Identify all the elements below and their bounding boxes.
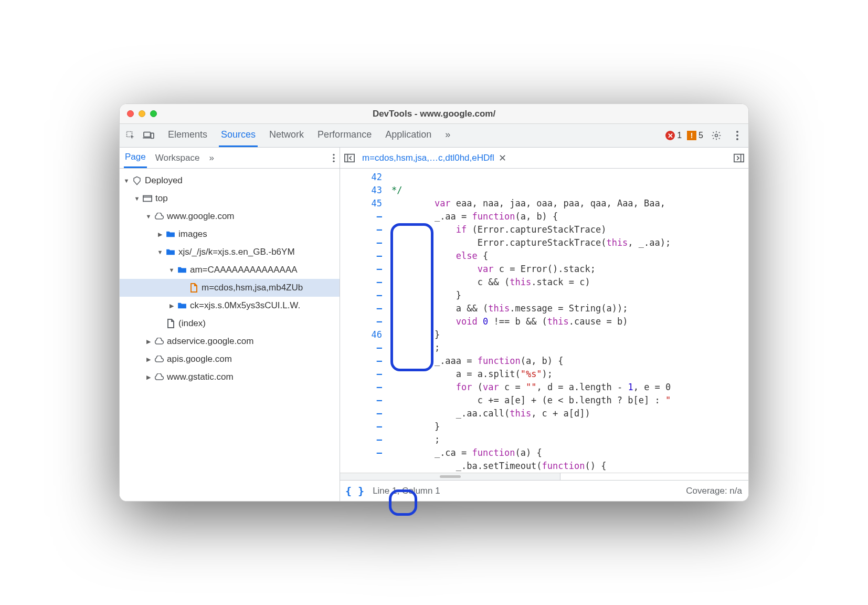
navigator-sidebar: Page Workspace » ▼Deployed ▼top ▼www.goo… <box>120 148 340 501</box>
tree-label: adservice.google.com <box>167 336 253 347</box>
tree-selected-file[interactable]: m=cdos,hsm,jsa,mb4ZUb <box>120 279 340 297</box>
tree-google[interactable]: ▼www.google.com <box>120 207 340 225</box>
frame-icon <box>142 195 153 202</box>
cloud-icon <box>153 213 165 220</box>
open-file-tab[interactable]: m=cdos,hsm,jsa,…c,dtl0hd,eHDfl ✕ <box>359 149 510 167</box>
cloud-icon <box>153 373 165 381</box>
tree-label: (index) <box>178 318 206 329</box>
file-tree: ▼Deployed ▼top ▼www.google.com ▶images ▼… <box>120 169 340 501</box>
error-badge[interactable]: ✕ 1 <box>665 131 682 140</box>
cloud-icon <box>153 356 165 363</box>
main-toolbar: Elements Sources Network Performance App… <box>120 124 748 148</box>
main-area: Page Workspace » ▼Deployed ▼top ▼www.goo… <box>120 148 748 501</box>
folder-icon <box>176 302 188 309</box>
tree-label: xjs/_/js/k=xjs.s.en_GB.-b6YM <box>178 247 295 257</box>
drawer-handle[interactable] <box>340 473 560 480</box>
code-content[interactable]: */ var eaa, naa, jaa, oaa, paa, qaa, Aaa… <box>387 169 748 473</box>
folder-icon <box>165 248 176 256</box>
tab-performance[interactable]: Performance <box>315 124 374 147</box>
file-tab-bar: m=cdos,hsm,jsa,…c,dtl0hd,eHDfl ✕ <box>340 148 748 169</box>
tab-overflow[interactable]: » <box>443 124 452 147</box>
tab-sources[interactable]: Sources <box>219 124 258 147</box>
titlebar: DevTools - www.google.com/ <box>120 104 748 124</box>
file-icon <box>188 283 199 293</box>
code-editor[interactable]: 42 43 45 – – – – – – – – – 46 – – – – <box>340 169 748 473</box>
kebab-menu-icon[interactable] <box>729 128 745 143</box>
navigator-kebab-icon[interactable] <box>332 153 335 163</box>
svg-point-5 <box>736 131 738 133</box>
tab-application[interactable]: Application <box>383 124 433 147</box>
warning-badge[interactable]: ! 5 <box>687 131 703 140</box>
status-bar: { } Line 1, Column 1 Coverage: n/a <box>340 480 748 501</box>
svg-rect-11 <box>143 196 152 202</box>
navigator-overflow[interactable]: » <box>208 149 215 168</box>
tree-label: www.google.com <box>167 211 235 222</box>
tree-am-folder[interactable]: ▼am=CAAAAAAAAAAAAAA <box>120 261 340 279</box>
tree-index[interactable]: (index) <box>120 315 340 332</box>
gear-icon[interactable] <box>708 128 724 143</box>
pretty-print-button[interactable]: { } <box>343 485 366 497</box>
tree-label: m=cdos,hsm,jsa,mb4ZUb <box>202 283 303 293</box>
window-controls <box>120 110 157 117</box>
error-icon: ✕ <box>665 131 675 140</box>
tree-ck-folder[interactable]: ▶ck=xjs.s.0Mx5ys3sCUI.L.W. <box>120 297 340 315</box>
maximize-window-button[interactable] <box>150 110 157 117</box>
tree-label: Deployed <box>145 175 183 186</box>
tree-apis[interactable]: ▶apis.google.com <box>120 350 340 368</box>
deployed-icon <box>131 176 143 185</box>
svg-point-10 <box>333 160 335 162</box>
svg-point-8 <box>333 153 335 155</box>
tree-label: images <box>178 229 207 239</box>
folder-icon <box>176 266 188 274</box>
panel-tabs: Elements Sources Network Performance App… <box>166 124 452 147</box>
folder-icon <box>165 231 176 238</box>
toggle-navigator-icon[interactable] <box>344 153 355 163</box>
tree-adservice[interactable]: ▶adservice.google.com <box>120 332 340 350</box>
tree-images[interactable]: ▶images <box>120 225 340 243</box>
file-tab-label: m=cdos,hsm,jsa,…c,dtl0hd,eHDfl <box>362 153 494 163</box>
close-tab-icon[interactable]: ✕ <box>499 152 506 164</box>
tree-label: am=CAAAAAAAAAAAAAA <box>190 265 298 275</box>
cloud-icon <box>153 338 165 345</box>
svg-rect-3 <box>151 133 154 139</box>
tree-label: ck=xjs.s.0Mx5ys3sCUI.L.W. <box>190 300 300 311</box>
tree-label: apis.google.com <box>167 354 232 364</box>
tree-deployed[interactable]: ▼Deployed <box>120 172 340 190</box>
cursor-position: Line 1, Column 1 <box>373 486 440 496</box>
tree-label: www.gstatic.com <box>167 372 234 382</box>
tab-network[interactable]: Network <box>267 124 306 147</box>
window-title: DevTools - www.google.com/ <box>120 109 748 119</box>
svg-point-4 <box>715 134 718 137</box>
coverage-label: Coverage: n/a <box>686 486 742 496</box>
toggle-debugger-icon[interactable] <box>734 153 744 163</box>
close-window-button[interactable] <box>127 110 134 117</box>
tree-top[interactable]: ▼top <box>120 190 340 207</box>
tab-workspace[interactable]: Workspace <box>154 149 201 168</box>
file-icon <box>165 319 176 328</box>
devtools-window: DevTools - www.google.com/ Elements Sour… <box>119 103 749 502</box>
device-toolbar-icon[interactable] <box>141 128 156 143</box>
editor-panel: m=cdos,hsm,jsa,…c,dtl0hd,eHDfl ✕ 42 43 4… <box>340 148 748 501</box>
line-gutter[interactable]: 42 43 45 – – – – – – – – – 46 – – – – <box>340 169 387 473</box>
tree-gstatic[interactable]: ▶www.gstatic.com <box>120 368 340 386</box>
tab-elements[interactable]: Elements <box>166 124 209 147</box>
svg-rect-1 <box>144 132 151 137</box>
tree-xjs-folder[interactable]: ▼xjs/_/js/k=xjs.s.en_GB.-b6YM <box>120 243 340 261</box>
tab-page[interactable]: Page <box>124 148 147 168</box>
tree-label: top <box>155 193 168 204</box>
svg-point-9 <box>333 157 335 159</box>
svg-point-7 <box>736 138 738 140</box>
warning-count: 5 <box>698 131 703 140</box>
error-count: 1 <box>677 131 682 140</box>
svg-point-6 <box>736 134 738 137</box>
minimize-window-button[interactable] <box>139 110 145 117</box>
warning-icon: ! <box>687 131 696 140</box>
navigator-tabs: Page Workspace » <box>120 148 340 169</box>
inspect-icon[interactable] <box>123 128 139 143</box>
